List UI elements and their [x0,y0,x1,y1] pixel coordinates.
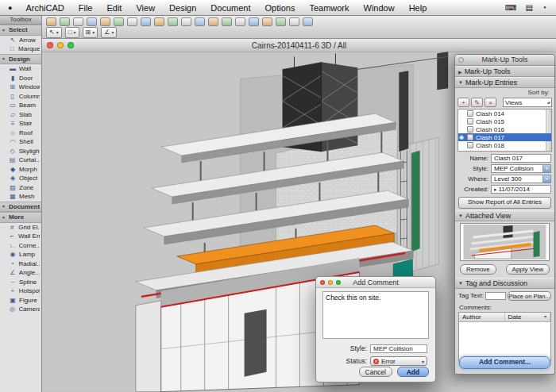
markup-entry-row[interactable]: ◉ Clash 015 [458,117,551,125]
toolbox-item[interactable]: ▨ Zone [0,183,41,193]
show-report-button[interactable]: Show Report of All Entries [458,197,551,209]
zoom-out-icon[interactable] [181,17,191,26]
menu-item[interactable]: Options [257,3,302,13]
menu-item[interactable]: Teamwork [302,3,356,13]
apple-menu-icon[interactable]: ● [5,4,18,12]
redo-icon[interactable] [127,17,137,26]
comments-col-author[interactable]: Author [459,313,505,321]
toolbox-item[interactable]: ◇ Skylight [0,147,41,156]
marquee-mode-dropdown[interactable]: □ [65,27,79,38]
toolbox-item[interactable]: ▭ Beam [0,101,41,110]
story-settings-icon[interactable] [249,17,259,26]
style-dropdown[interactable]: MEP Collision ▾ [491,164,551,173]
correction-pen-icon[interactable]: ✎ [471,98,483,107]
section-collapse-icon[interactable]: ▼ [2,28,6,33]
name-field[interactable]: Clash 017 [491,154,551,163]
menu-item[interactable]: Window [357,3,402,13]
toolbox-item[interactable]: ⌂ Roof [0,129,41,138]
markup-entries-list[interactable]: ◉ Clash 014 ◉ Clash 015 ◉ Clash 016 [458,109,552,152]
clock-icon[interactable]: ◔ [542,3,546,12]
section-collapse-icon[interactable]: ▼ [2,215,6,220]
new-project-icon[interactable] [46,17,56,26]
markup-entry-row[interactable]: ◉ Clash 016 [458,125,551,133]
section-icon[interactable] [276,17,286,26]
new-entry-icon[interactable]: + [458,98,469,107]
zoom-in-icon[interactable] [168,17,178,26]
displays-icon[interactable]: ▤ [526,3,533,12]
zoom-window-icon[interactable] [68,42,74,48]
camera-icon[interactable] [289,17,299,26]
dropdown-arrows-icon[interactable]: ▾ [542,165,550,172]
fit-in-window-icon[interactable] [195,17,205,26]
section-collapse-icon[interactable]: ▼ [2,56,6,61]
toolbox-item[interactable]: □ Marquee [0,44,41,54]
toolbox-item[interactable]: ▼ Document [0,202,41,213]
menu-item[interactable]: Document [203,3,257,13]
section-markup-entries[interactable]: ▼ Mark-Up Entries [455,77,554,88]
toolbox-item[interactable]: ⊞ Window [0,83,41,92]
comments-col-date[interactable]: Date [505,313,551,321]
teamwork-send-receive-icon[interactable] [100,17,110,26]
toolbox-item[interactable]: ↖ Arrow [0,36,41,45]
toolbox-item[interactable]: ◈ Object [0,174,41,183]
expanded-arrow-icon[interactable]: ▼ [458,281,463,286]
keyboard-input-icon[interactable]: ⌨ [505,3,516,12]
toolbox-item[interactable]: ◆ Morph [0,165,41,175]
menu-item[interactable]: Help [402,3,434,13]
open-project-icon[interactable] [60,17,70,26]
next-view-icon[interactable] [222,17,232,26]
menu-item[interactable]: ArchiCAD [18,3,71,13]
markup-entry-row[interactable]: ◉ Clash 018 [458,141,551,149]
status-dropdown[interactable]: Error [370,356,427,366]
apply-view-button[interactable]: Apply View [506,264,550,275]
sort-views-dropdown[interactable]: Views [503,98,552,107]
where-dropdown[interactable]: Level 300 ▾ [491,175,551,183]
toolbox-item[interactable]: ◎ Camera [0,305,41,314]
toolbox-item[interactable]: ▦ Mesh [0,192,41,202]
toolbox-item[interactable]: ◠ Shell [0,137,41,147]
work-environment-icon[interactable] [303,17,313,26]
place-on-plan-button[interactable]: Place on Plan... [508,291,551,301]
minimize-window-icon[interactable] [57,42,64,48]
delete-entry-icon[interactable]: × [485,98,496,107]
menu-item[interactable]: Edit [99,3,129,13]
toolbox-item[interactable]: ⌐ Wall End [0,232,41,241]
palette-title-bar[interactable]: Mark-Up Tools [455,55,554,66]
orbit-icon[interactable] [154,17,164,26]
comment-text-area[interactable]: Check this on site. [322,291,429,339]
toolbox-item[interactable]: ▮ Door [0,74,41,83]
toolbox-item[interactable]: + Hotspot [0,286,41,296]
attached-view-preview[interactable] [460,223,550,261]
arrow-mode-dropdown[interactable]: ↖ [46,27,62,38]
snap-grid-dropdown[interactable]: ⊞ [83,27,98,38]
expanded-arrow-icon[interactable]: ▼ [458,213,463,218]
collapsed-arrow-icon[interactable]: ▶ [458,69,462,75]
toolbox-item[interactable]: ∟ Corne... [0,241,41,251]
cancel-button[interactable]: Cancel [359,367,392,377]
toolbox-item[interactable]: ≡ Stair [0,119,41,129]
toolbox-item[interactable]: # Grid El... [0,223,41,233]
layer-settings-icon[interactable] [235,17,245,26]
dialog-style-field[interactable]: MEP Collision [370,344,427,353]
undo-icon[interactable] [114,17,124,26]
previous-view-icon[interactable] [208,17,218,26]
toolbox-item[interactable]: ▤ Curtai... [0,156,41,165]
toolbox-item[interactable]: ◔ Radial... [0,259,41,269]
menu-item[interactable]: Design [162,3,203,13]
zoom-dialog-icon[interactable] [336,280,341,285]
print-icon[interactable] [87,17,97,26]
toolbox-item[interactable]: ▣ Figure [0,296,41,306]
pan-icon[interactable] [141,17,151,26]
expanded-arrow-icon[interactable]: ▼ [458,80,463,85]
section-tag-discussion[interactable]: ▼ Tag and Discussion [455,278,554,289]
minimize-dialog-icon[interactable] [328,280,333,285]
toolbox-item[interactable]: ▬ Wall [0,64,41,74]
remove-button[interactable]: Remove [460,264,496,275]
window-title-bar[interactable]: Cairns-20140411-6 3D / All [42,39,556,52]
toolbox-item[interactable]: ▼ Design [0,54,41,65]
palette-close-icon[interactable] [458,57,464,63]
close-dialog-icon[interactable] [320,280,325,285]
visible-eye-icon[interactable]: ◉ [459,134,464,140]
guide-lines-dropdown[interactable]: ∠ [101,27,117,38]
toolbox-item[interactable]: ▯ Column [0,92,41,102]
